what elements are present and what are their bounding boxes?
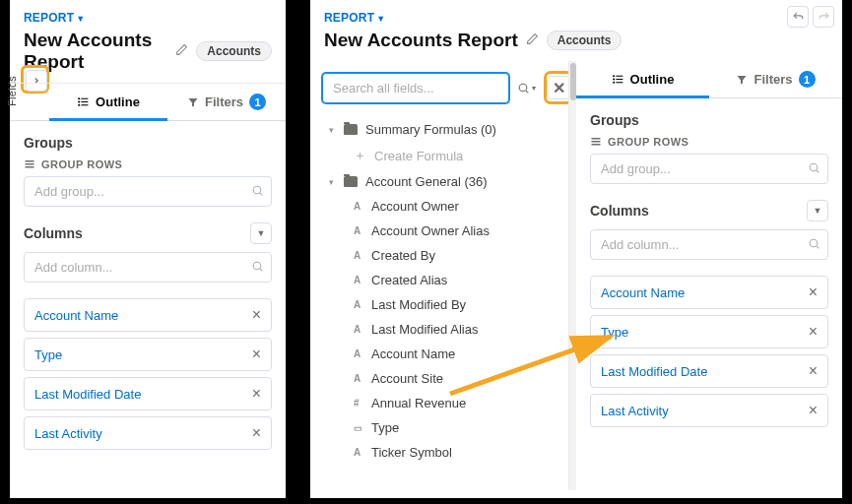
sidebar-tabs: Outline Filters 1 xyxy=(10,83,286,121)
svg-rect-21 xyxy=(592,138,601,140)
svg-line-14 xyxy=(526,91,528,93)
panel-expanded: REPORT▼ New Accounts Report Accounts ▾ ✕… xyxy=(310,0,842,498)
svg-rect-23 xyxy=(592,144,601,146)
filter-count-badge: 1 xyxy=(249,94,266,110)
svg-point-5 xyxy=(79,104,80,105)
svg-line-10 xyxy=(260,193,262,195)
close-fields-button[interactable]: ✕ xyxy=(547,76,570,99)
breadcrumb[interactable]: REPORT▼ xyxy=(24,11,85,25)
tab-filters[interactable]: Filters 1 xyxy=(709,61,842,97)
svg-rect-8 xyxy=(26,166,34,168)
column-pill[interactable]: Last Activity× xyxy=(24,416,272,450)
field-item[interactable]: AAccount Owner Alias xyxy=(326,219,563,243)
breadcrumb[interactable]: REPORT▼ xyxy=(324,11,385,25)
remove-icon[interactable]: × xyxy=(252,346,261,363)
add-group-input[interactable] xyxy=(590,154,828,184)
svg-point-3 xyxy=(79,98,80,99)
redo-button[interactable] xyxy=(813,6,834,28)
field-item[interactable]: AAccount Name xyxy=(326,342,563,366)
fields-pane: ▾ ✕ ▾Summary Formulas (0) ＋Create Formul… xyxy=(310,61,576,490)
column-pill[interactable]: Last Modified Date× xyxy=(24,377,272,410)
add-column-input[interactable] xyxy=(590,229,828,260)
remove-icon[interactable]: × xyxy=(809,284,818,301)
remove-icon[interactable]: × xyxy=(252,306,261,324)
svg-point-18 xyxy=(613,76,614,77)
search-icon xyxy=(808,160,820,178)
column-pill[interactable]: Account Name× xyxy=(24,298,272,332)
groups-heading: Groups xyxy=(590,112,828,128)
add-column-input[interactable] xyxy=(24,252,272,283)
svg-point-20 xyxy=(613,82,614,83)
field-item[interactable]: ACreated By xyxy=(326,243,563,268)
create-formula-action[interactable]: ＋Create Formula xyxy=(326,142,563,169)
field-item[interactable]: ALast Modified Alias xyxy=(326,317,563,342)
remove-icon[interactable]: × xyxy=(252,385,261,403)
columns-menu-button[interactable]: ▼ xyxy=(250,222,272,244)
group-rows-label: GROUP ROWS xyxy=(24,158,272,170)
field-item[interactable]: AAccount Site xyxy=(326,366,563,391)
undo-button[interactable] xyxy=(787,6,809,28)
remove-icon[interactable]: × xyxy=(809,323,818,341)
svg-line-27 xyxy=(817,246,819,248)
svg-point-13 xyxy=(519,84,527,92)
field-group[interactable]: ▾Account General (36) xyxy=(326,169,563,194)
pencil-icon[interactable] xyxy=(175,42,188,60)
add-group-input[interactable] xyxy=(24,176,272,207)
field-item-annual-revenue[interactable]: #Annual Revenue xyxy=(326,391,563,415)
filter-count-badge: 1 xyxy=(799,71,816,88)
search-icon xyxy=(808,236,820,254)
svg-rect-6 xyxy=(26,160,34,162)
group-rows-label: GROUP ROWS xyxy=(590,136,828,148)
column-pill[interactable]: Last Modified Date× xyxy=(590,354,828,388)
svg-point-24 xyxy=(810,163,818,171)
panel-collapsed: REPORT▼ New Accounts Report Accounts Fie… xyxy=(10,0,286,498)
report-type-badge[interactable]: Accounts xyxy=(547,31,623,50)
column-pill[interactable]: Type× xyxy=(590,315,828,348)
field-item[interactable]: ACreated Alias xyxy=(326,268,563,292)
tab-filters[interactable]: Filters 1 xyxy=(167,84,286,120)
field-item[interactable]: ALast Modified By xyxy=(326,292,563,317)
column-pill-account-name[interactable]: Account Name× xyxy=(590,276,828,309)
pencil-icon[interactable] xyxy=(526,32,539,49)
svg-point-9 xyxy=(253,186,261,194)
sidebar-tabs: Outline Filters 1 xyxy=(576,61,842,98)
field-item[interactable]: ATicker Symbol xyxy=(326,440,563,465)
search-icon xyxy=(251,259,264,277)
column-pill[interactable]: Type× xyxy=(24,338,272,371)
column-pill[interactable]: Last Activity× xyxy=(590,394,828,427)
svg-line-12 xyxy=(260,269,262,271)
svg-point-26 xyxy=(810,239,818,247)
columns-menu-button[interactable]: ▼ xyxy=(807,200,828,221)
columns-heading: Columns xyxy=(24,225,83,241)
svg-rect-22 xyxy=(592,141,601,143)
report-title: New Accounts Report xyxy=(324,30,518,51)
field-tree: ▾Summary Formulas (0) ＋Create Formula ▾A… xyxy=(310,113,575,465)
svg-point-11 xyxy=(253,262,261,270)
svg-line-25 xyxy=(817,170,819,172)
svg-rect-7 xyxy=(26,163,34,165)
tab-outline[interactable]: Outline xyxy=(576,62,709,96)
search-icon xyxy=(251,183,264,201)
field-item[interactable]: AAccount Owner xyxy=(326,194,563,219)
svg-point-19 xyxy=(613,79,614,80)
remove-icon[interactable]: × xyxy=(809,402,818,419)
tab-outline[interactable]: Outline xyxy=(49,85,167,119)
scrollbar[interactable] xyxy=(568,61,576,490)
report-type-badge[interactable]: Accounts xyxy=(196,41,272,61)
field-item[interactable]: ▭Type xyxy=(326,415,563,440)
folder-icon xyxy=(344,176,358,187)
remove-icon[interactable]: × xyxy=(809,362,818,380)
columns-heading: Columns xyxy=(590,203,649,219)
field-group[interactable]: ▾Summary Formulas (0) xyxy=(326,117,563,142)
folder-icon xyxy=(344,124,358,135)
svg-point-4 xyxy=(79,101,80,102)
search-options-button[interactable]: ▾ xyxy=(515,82,538,94)
groups-heading: Groups xyxy=(24,135,272,151)
outline-pane: Outline Filters 1 Groups GROUP ROWS xyxy=(576,61,842,490)
search-fields-input[interactable] xyxy=(322,73,509,103)
remove-icon[interactable]: × xyxy=(252,424,261,442)
